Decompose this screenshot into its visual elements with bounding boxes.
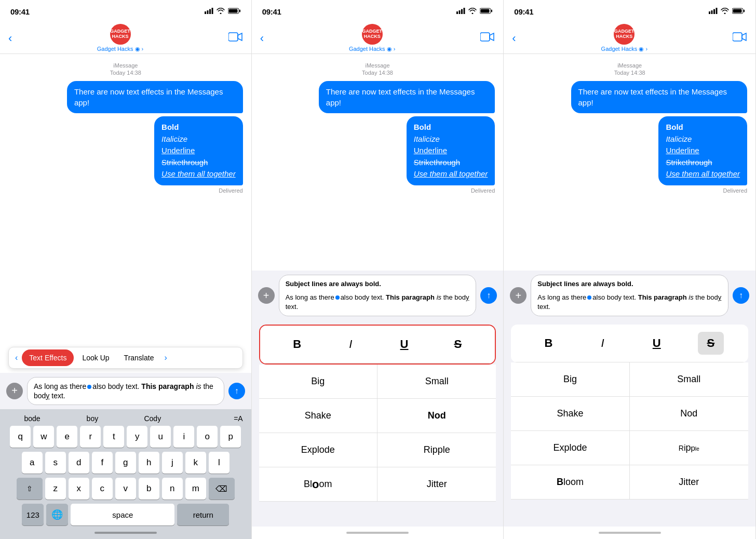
chat-meta-3: Today 14:38 — [512, 70, 747, 76]
strikethrough-button-3[interactable]: S — [698, 332, 724, 355]
key-o[interactable]: o — [197, 426, 218, 448]
underline-button-2[interactable]: U — [392, 333, 417, 356]
key-u[interactable]: u — [150, 426, 171, 448]
text-effects-button[interactable]: Text Effects — [22, 349, 74, 366]
key-f[interactable]: f — [92, 452, 113, 474]
imessage-label-2: iMessage — [260, 59, 495, 70]
toolbar-more[interactable]: › — [162, 351, 169, 365]
chat-meta-2: Today 14:38 — [260, 70, 495, 76]
key-e[interactable]: e — [57, 426, 77, 448]
key-emoji[interactable]: 🌐 — [46, 504, 68, 525]
translate-button[interactable]: Translate — [118, 351, 160, 365]
effect-jitter-3[interactable]: Jitter — [630, 465, 748, 500]
key-w[interactable]: w — [33, 426, 54, 448]
suggestion-equal-a[interactable]: =A — [183, 414, 249, 423]
key-z[interactable]: z — [45, 478, 66, 500]
key-space[interactable]: space — [71, 504, 174, 525]
bold-button-2[interactable]: B — [284, 333, 310, 356]
video-button-3[interactable] — [733, 32, 747, 45]
effect-shake-2[interactable]: Shake — [259, 399, 377, 433]
key-numbers[interactable]: 123 — [22, 504, 44, 525]
effect-explode-3[interactable]: Explode — [511, 431, 629, 465]
format-bar-outlined-2: B I U S — [259, 325, 496, 365]
effect-small-2[interactable]: Small — [377, 365, 496, 399]
add-button-1[interactable]: + — [6, 383, 23, 399]
key-b[interactable]: b — [139, 478, 159, 500]
strikethrough-button-2[interactable]: S — [445, 333, 471, 356]
svg-rect-5 — [239, 10, 240, 12]
send-button-3[interactable]: ↑ — [733, 287, 749, 304]
back-button-2[interactable]: ‹ — [260, 32, 264, 45]
nav-center-1: GADGETHACKS Gadget Hacks ◉ › — [97, 24, 144, 52]
key-s[interactable]: s — [45, 452, 66, 474]
outgoing-bubble-1: There are now text effects in the Messag… — [8, 81, 243, 113]
key-d[interactable]: d — [69, 452, 89, 474]
toolbar-prev[interactable]: ‹ — [13, 351, 20, 365]
key-delete[interactable]: ⌫ — [209, 478, 235, 500]
key-l[interactable]: l — [209, 452, 230, 474]
send-button-1[interactable]: ↑ — [228, 383, 245, 399]
status-icons-2 — [456, 7, 493, 16]
key-m[interactable]: m — [185, 478, 206, 500]
effects-grid-2: Big Small Shake Nod Explode Ripple Bloom… — [252, 365, 504, 502]
delivered-2: Delivered — [260, 187, 495, 194]
message-input-2[interactable]: Subject lines are always bold. As long a… — [279, 275, 477, 317]
suggestion-bode[interactable]: bode — [2, 414, 62, 423]
effect-ripple-2[interactable]: Ripple — [377, 433, 496, 467]
effect-bloom-3[interactable]: Bloom — [511, 465, 629, 500]
key-t[interactable]: t — [103, 426, 124, 448]
back-button-3[interactable]: ‹ — [512, 32, 516, 45]
chat-area-1: iMessage Today 14:38 There are now text … — [0, 54, 251, 347]
key-i[interactable]: i — [173, 426, 194, 448]
nav-name-3[interactable]: Gadget Hacks ◉ › — [601, 46, 648, 52]
key-a[interactable]: a — [22, 452, 43, 474]
nav-name-2[interactable]: Gadget Hacks ◉ › — [349, 46, 396, 52]
svg-rect-23 — [733, 33, 742, 41]
italic-button-3[interactable]: I — [590, 332, 616, 355]
key-shift[interactable]: ⇧ — [17, 478, 43, 500]
effect-big-2[interactable]: Big — [259, 365, 377, 399]
video-button-1[interactable] — [228, 32, 243, 45]
key-h[interactable]: h — [139, 452, 159, 474]
key-c[interactable]: c — [92, 478, 113, 500]
chat-area-3: iMessage Today 14:38 There are now text … — [504, 54, 755, 271]
suggestion-boy[interactable]: boy — [62, 414, 123, 423]
effect-nod-3[interactable]: Nod — [630, 397, 748, 431]
key-y[interactable]: y — [127, 426, 147, 448]
italic-button-2[interactable]: I — [338, 333, 363, 356]
effect-ripple-3[interactable]: Ripple — [630, 431, 748, 465]
key-x[interactable]: x — [69, 478, 89, 500]
key-k[interactable]: k — [185, 452, 206, 474]
svg-rect-2 — [209, 9, 211, 15]
effect-bloom-2[interactable]: Bloom — [259, 467, 377, 502]
key-g[interactable]: g — [115, 452, 136, 474]
key-j[interactable]: j — [162, 452, 183, 474]
effect-big-3[interactable]: Big — [511, 362, 629, 397]
message-input-3[interactable]: Subject lines are always bold. As long a… — [531, 275, 728, 317]
key-n[interactable]: n — [162, 478, 183, 500]
bold-button-3[interactable]: B — [535, 332, 561, 355]
send-button-2[interactable]: ↑ — [480, 287, 497, 304]
key-return[interactable]: return — [177, 504, 229, 525]
message-input-1[interactable]: As long as therealso body text. This par… — [27, 377, 224, 405]
underline-button-3[interactable]: U — [644, 332, 670, 355]
effect-shake-3[interactable]: Shake — [511, 397, 629, 431]
add-button-3[interactable]: + — [510, 287, 526, 304]
suggestion-cody[interactable]: Cody — [123, 414, 183, 423]
effect-small-3[interactable]: Small — [630, 362, 748, 397]
effect-jitter-2[interactable]: Jitter — [377, 467, 496, 502]
home-indicator-3 — [599, 532, 661, 534]
key-v[interactable]: v — [115, 478, 136, 500]
nav-name-1[interactable]: Gadget Hacks ◉ › — [97, 46, 144, 52]
key-q[interactable]: q — [10, 426, 31, 448]
key-r[interactable]: r — [80, 426, 101, 448]
effect-explode-2[interactable]: Explode — [259, 433, 377, 467]
look-up-button[interactable]: Look Up — [76, 351, 115, 365]
key-p[interactable]: p — [220, 426, 241, 448]
add-button-2[interactable]: + — [258, 287, 275, 304]
effect-nod-2[interactable]: Nod — [377, 399, 496, 433]
key-row-1: q w e r t y u i o p — [2, 426, 249, 448]
cursor-3 — [587, 295, 591, 300]
back-button-1[interactable]: ‹ — [8, 32, 12, 45]
video-button-2[interactable] — [480, 32, 495, 45]
